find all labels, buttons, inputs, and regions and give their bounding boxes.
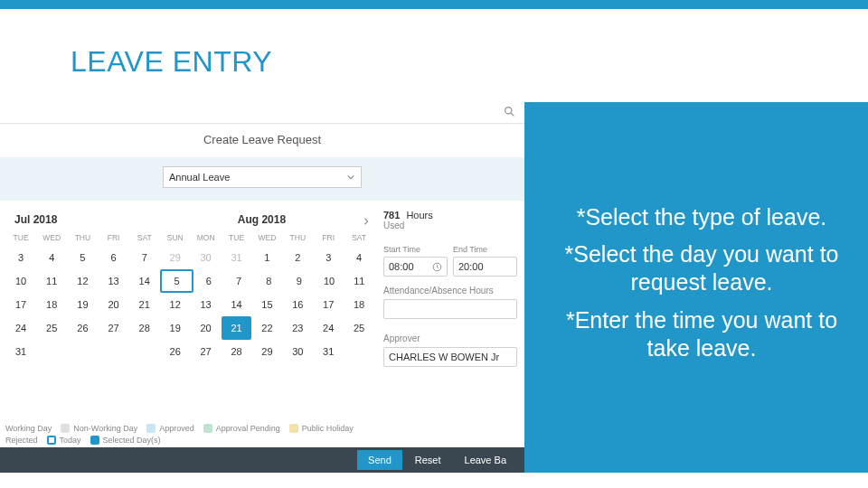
calendar-day[interactable]: 28 [222,340,252,363]
calendar-day[interactable]: 24 [5,316,36,340]
instructions-panel: *Select the type of leave. *Select the d… [524,102,868,473]
dow-label: SAT [129,233,160,246]
instruction-1: *Select the type of leave. [557,203,846,231]
chevron-right-icon [362,217,371,226]
calendar-day[interactable]: 24 [313,316,344,340]
calendar-day[interactable]: 31 [313,340,344,363]
app-screenshot-panel: Create Leave Request Annual Leave Jul 20… [0,102,524,473]
calendar-day[interactable]: 17 [5,293,36,316]
instruction-3: *Enter the time you want to take leave. [557,306,846,363]
approver-label: Approver [383,333,517,343]
calendar-day[interactable]: 25 [36,316,67,340]
calendar-day[interactable]: 27 [191,340,222,363]
calendar-day [129,340,160,363]
calendar-day[interactable]: 8 [254,269,284,293]
calendar-day[interactable]: 7 [129,246,160,269]
send-button[interactable]: Send [357,450,402,470]
approver-input[interactable]: CHARLES W BOWEN Jr [383,347,517,367]
calendar-day[interactable]: 22 [251,316,282,340]
calendar-day[interactable]: 17 [313,293,344,316]
calendar-day[interactable]: 2 [282,246,313,269]
hours-value: 781 [383,210,400,221]
search-bar[interactable] [0,102,524,124]
hours-unit: Hours [402,210,432,221]
calendar-day[interactable]: 4 [36,246,67,269]
calendar-day[interactable]: 26 [160,340,191,363]
calendar-day[interactable]: 14 [222,293,252,316]
calendar-day[interactable]: 11 [36,269,67,293]
calendar-day[interactable]: 31 [5,340,36,363]
calendar-day[interactable]: 21 [129,293,160,316]
calendar-day[interactable]: 4 [344,246,374,269]
calendar-day[interactable]: 10 [314,269,344,293]
svg-point-0 [505,108,512,114]
form-title: Create Leave Request [0,124,524,157]
calendar-day[interactable]: 5 [67,246,98,269]
leave-type-select[interactable]: Annual Leave [163,166,362,188]
calendar-day [36,340,67,363]
calendar-day[interactable]: 1 [251,246,282,269]
calendar-day[interactable]: 15 [251,293,282,316]
calendar-day[interactable]: 29 [160,246,191,269]
calendar-day[interactable]: 30 [282,340,313,363]
legend-today: Today [60,436,81,445]
calendar-day[interactable]: 6 [98,246,128,269]
calendar-day[interactable]: 14 [129,269,160,293]
calendar-day[interactable]: 16 [282,293,313,316]
calendar-day[interactable]: 31 [222,246,252,269]
dow-label: MON [191,233,222,246]
calendar-day[interactable]: 20 [191,316,222,340]
legend-pending: Approval Pending [216,424,280,433]
reset-button[interactable]: Reset [404,450,452,470]
leave-type-row: Annual Leave [0,157,524,201]
calendar-day[interactable]: 28 [129,316,160,340]
calendar-day[interactable]: 3 [5,246,36,269]
slide-top-bar [0,0,868,9]
calendar-day[interactable]: 3 [313,246,344,269]
calendar-day[interactable]: 6 [193,269,223,293]
calendar-day[interactable]: 20 [98,293,128,316]
legend-selected: Selected Day(s) [103,436,161,445]
calendar-day[interactable]: 18 [36,293,67,316]
dow-label: SUN [160,233,191,246]
calendar-day[interactable]: 25 [344,316,374,340]
calendar-day[interactable]: 10 [5,269,36,293]
legend-approved: Approved [159,424,194,433]
start-time-input[interactable]: 08:00 [383,257,448,277]
dow-label: FRI [313,233,344,246]
calendar-day[interactable]: 7 [223,269,253,293]
calendar-day[interactable]: 12 [160,293,191,316]
calendar-day[interactable]: 29 [251,340,282,363]
calendar-day[interactable]: 11 [344,269,374,293]
legend-rejected: Rejected [5,436,38,445]
calendar-day[interactable]: 26 [67,316,98,340]
start-time-value: 08:00 [389,261,414,272]
end-time-input[interactable]: 20:00 [453,257,517,277]
dow-label: SAT [344,233,374,246]
calendar-day[interactable]: 12 [67,269,98,293]
end-time-label: End Time [453,245,517,254]
calendar-day[interactable]: 19 [67,293,98,316]
calendar-day[interactable]: 27 [98,316,128,340]
calendar-day[interactable]: 30 [191,246,222,269]
calendar-day[interactable]: 23 [282,316,313,340]
calendar-day [67,340,98,363]
month-right: Aug 2018 SUNMONTUEWEDTHUFRISAT 293031123… [160,210,374,363]
page-title: LEAVE ENTRY [71,45,868,79]
calendar-day[interactable]: 13 [98,269,128,293]
month-left-label: Jul 2018 [5,210,160,233]
calendar-next-button[interactable] [358,213,374,230]
footer-bar: Send Reset Leave Ba [0,447,524,473]
calendar-day[interactable]: 21 [222,316,252,340]
dow-label: FRI [98,233,128,246]
calendar-day[interactable]: 13 [191,293,222,316]
attendance-input[interactable] [383,299,517,319]
calendar-legend: Working Day Non-Working Day Approved App… [5,424,371,447]
leave-balances-button[interactable]: Leave Ba [454,450,517,470]
calendar-day[interactable]: 19 [160,316,191,340]
calendar-day[interactable]: 9 [284,269,314,293]
dow-label: TUE [222,233,252,246]
calendar-day[interactable]: 5 [160,269,193,293]
dow-label: WED [251,233,282,246]
calendar-day[interactable]: 18 [344,293,374,316]
